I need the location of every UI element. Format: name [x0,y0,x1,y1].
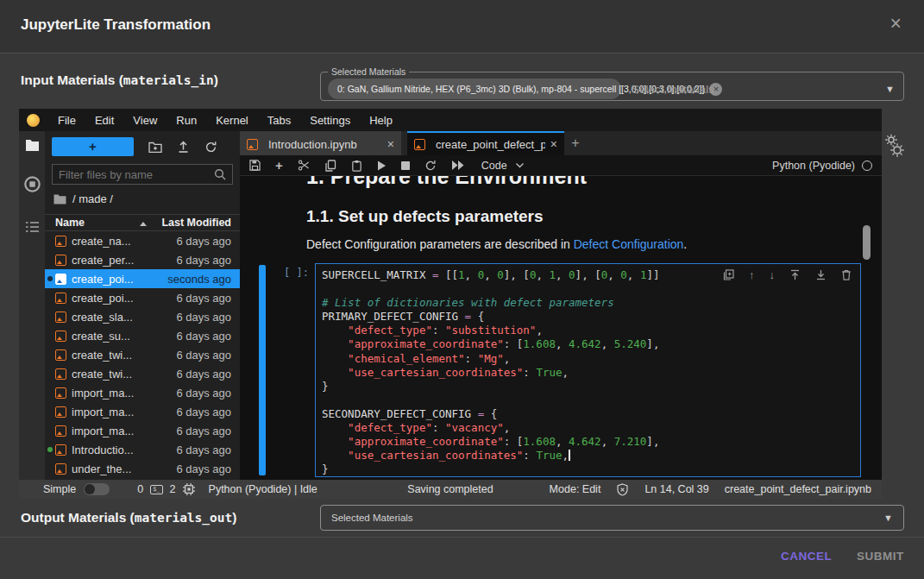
insert-cell-icon[interactable]: + [275,158,283,173]
notebook-main-area: Introduction.ipynb × create_point_defect… [240,131,882,480]
file-dot-placeholder [47,428,53,433]
kernel-idle-icon [862,160,872,171]
tab-create-point-defect-pair[interactable]: create_point_defect_pair.ip × [407,131,564,155]
table-of-contents-icon[interactable] [25,221,40,236]
settings-gears-icon[interactable] [884,134,905,161]
submit-button[interactable]: SUBMIT [857,550,904,563]
new-tab-button[interactable]: + [564,131,587,155]
chevron-down-icon[interactable]: ▼ [885,84,895,94]
terminal-icon[interactable]: $_ [150,485,162,494]
file-row[interactable]: create_poi...6 days ago [45,288,240,307]
file-row[interactable]: create_per...6 days ago [45,250,240,269]
file-row[interactable]: create_su...6 days ago [45,326,240,345]
file-row[interactable]: import_ma...6 days ago [45,421,240,440]
file-dot-placeholder [47,238,53,243]
jupyterlite-logo-icon[interactable] [27,114,40,127]
file-name: import_ma... [72,387,176,400]
chip-icon[interactable] [183,483,195,495]
input-label-prefix: Input Materials ( [21,72,123,87]
simple-mode-toggle[interactable] [84,483,110,495]
jupyter-menubar: FileEditViewRunKernelTabsSettingsHelp [19,109,882,131]
run-cell-icon[interactable] [377,160,387,171]
file-browser-icon[interactable] [25,139,40,155]
file-row[interactable]: create_twi...6 days ago [45,364,240,383]
sort-ascending-icon [140,222,147,226]
kernel-indicator[interactable]: Python (Pyodide) [772,160,872,172]
cursor-position[interactable]: Ln 14, Col 39 [644,483,708,495]
cell-collapser[interactable] [259,265,266,475]
menu-tabs[interactable]: Tabs [258,114,300,127]
material-chip[interactable]: 0: GaN, Gallium Nitride, HEX (P6_3mc) 3D… [328,79,621,99]
new-launcher-button[interactable]: + [52,137,134,156]
tab-close-icon[interactable]: × [387,137,394,151]
menu-edit[interactable]: Edit [85,114,123,127]
kernel-count: 2 [170,483,176,495]
defect-configuration-link[interactable]: Defect Configuration [574,237,684,251]
menu-help[interactable]: Help [360,114,402,127]
menu-settings[interactable]: Settings [300,114,360,127]
output-select-placeholder: Selected Materials [331,513,413,523]
file-name: create_su... [72,330,176,343]
code-line [322,393,860,407]
file-row[interactable]: create_poi...seconds ago [45,269,240,288]
file-name: create_twi... [72,349,176,362]
menu-file[interactable]: File [48,114,85,127]
activity-bar [19,131,45,480]
file-row[interactable]: create_twi...6 days ago [45,345,240,364]
file-row[interactable]: import_ma...6 days ago [45,402,240,421]
upload-icon[interactable] [177,140,190,154]
select-materials-placeholder[interactable]: Select materials [632,83,714,96]
new-folder-icon[interactable] [148,141,162,154]
file-row[interactable]: Introductio...6 days ago [45,440,240,459]
cancel-button[interactable]: CANCEL [781,550,832,563]
scrollbar-thumb[interactable] [863,225,871,260]
mode-indicator[interactable]: Mode: Edit [550,483,601,495]
close-icon[interactable]: × [890,14,902,34]
move-cell-up-icon[interactable]: ↑ [749,269,755,280]
kernel-status[interactable]: Python (Pyodide) | Idle [209,483,317,495]
duplicate-cell-icon[interactable] [723,269,734,280]
save-icon[interactable] [249,160,261,171]
output-materials-select[interactable]: Selected Materials ▼ [320,505,904,531]
refresh-icon[interactable] [204,141,217,154]
column-name[interactable]: Name [55,217,85,229]
paste-cells-icon[interactable] [351,160,362,172]
delete-cell-icon[interactable] [841,269,852,280]
cut-cells-icon[interactable] [298,160,310,171]
column-last-modified[interactable]: Last Modified [161,217,231,229]
filter-files-input[interactable] [59,168,214,181]
insert-cell-above-icon[interactable] [789,269,801,280]
file-row[interactable]: under_the...6 days ago [45,459,240,478]
copy-cells-icon[interactable] [324,160,336,172]
cell-type-dropdown[interactable]: Code [481,160,525,172]
move-cell-down-icon[interactable]: ↓ [770,269,776,280]
file-list-header[interactable]: Name Last Modified [45,214,240,231]
file-row[interactable]: create_sla...6 days ago [45,307,240,326]
statusbar-filename: create_point_defect_pair.ipynb [725,483,871,495]
breadcrumb-path: / made / [72,192,113,205]
notebook-file-icon [55,463,66,475]
stop-kernel-icon[interactable] [401,161,410,170]
restart-run-all-icon[interactable] [451,160,464,170]
file-browser-toolbar: + [45,131,240,156]
file-modified: 6 days ago [176,444,231,456]
file-modified: 6 days ago [176,463,231,475]
notebook-tab-icon [247,139,258,150]
tab-introduction[interactable]: Introduction.ipynb × [240,131,401,155]
insert-cell-below-icon[interactable] [815,269,827,280]
breadcrumb[interactable]: / made / [53,192,233,205]
not-trusted-shield-icon[interactable] [616,483,629,496]
cell-editor[interactable]: SUPERCELL_MATRIX = [[1, 0, 0], [0, 1, 0]… [315,263,861,477]
code-cell: [ ]: SUPERCELL_MATRIX = [[1, 0, 0], [0, … [259,263,882,477]
menu-kernel[interactable]: Kernel [206,114,258,127]
file-name: under_the... [72,463,176,475]
file-row[interactable]: import_ma...6 days ago [45,383,240,402]
running-sessions-icon[interactable] [23,175,41,197]
restart-kernel-icon[interactable] [424,160,437,172]
tab-close-icon[interactable]: × [550,137,557,151]
menu-run[interactable]: Run [167,114,206,127]
simple-mode-label: Simple [43,483,76,495]
file-row[interactable]: create_na...6 days ago [45,231,240,250]
file-dot-placeholder [47,314,53,319]
menu-view[interactable]: View [123,114,167,127]
